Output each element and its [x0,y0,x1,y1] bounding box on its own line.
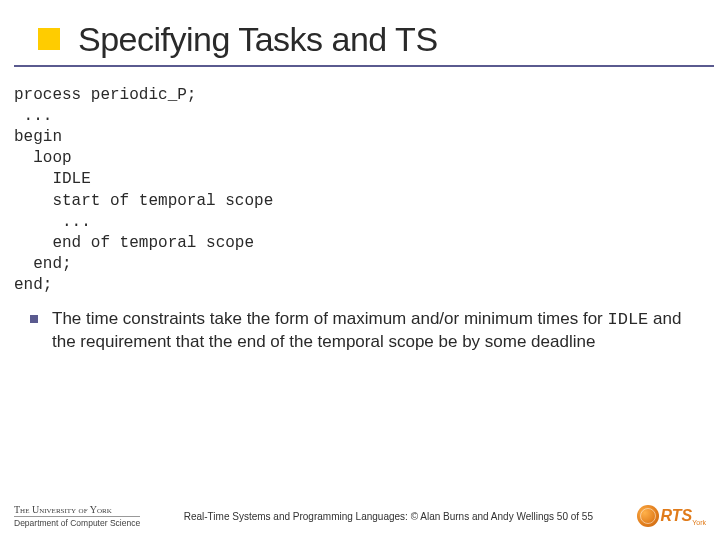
code-block: process periodic_P; ... begin loop IDLE … [14,85,720,296]
university-logo: The University of York Department of Com… [14,504,140,528]
rts-subtext: York [692,519,706,526]
bullet-row: The time constraints take the form of ma… [30,308,690,353]
bullet-text: The time constraints take the form of ma… [52,308,690,353]
title-area: Specifying Tasks and TS [0,0,720,75]
university-name: The University of York [14,504,140,517]
footer: The University of York Department of Com… [0,504,720,528]
page-title: Specifying Tasks and TS [78,20,720,59]
title-divider [14,65,714,67]
bullet-text-mono: IDLE [608,310,649,329]
department-name: Department of Computer Science [14,517,140,528]
globe-icon [637,505,659,527]
rts-text: RTS [661,507,693,525]
title-bullet-icon [38,28,60,50]
footer-credit: Real-Time Systems and Programming Langua… [140,511,636,522]
bullet-text-pre: The time constraints take the form of ma… [52,309,608,328]
square-bullet-icon [30,315,38,323]
rts-logo: RTS York [637,505,706,527]
